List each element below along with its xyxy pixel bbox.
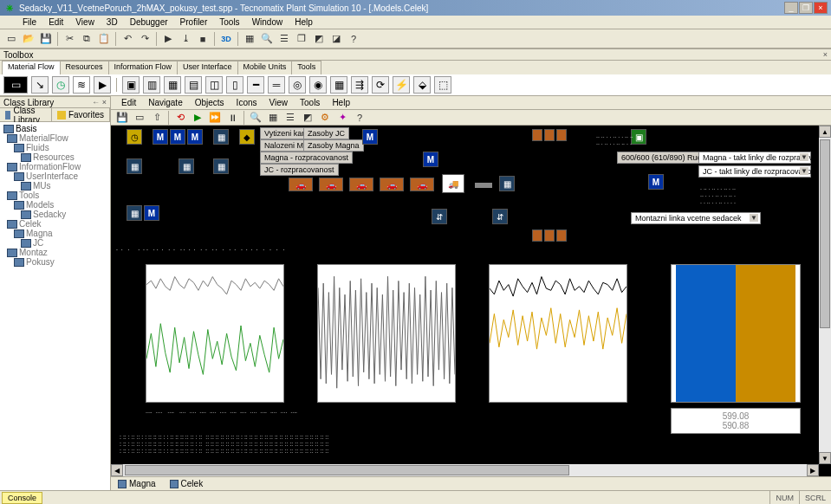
sim-obj-row3-1[interactable]: ▦ <box>127 205 142 221</box>
tree-node[interactable]: Sedacky <box>2 210 108 219</box>
toolbox-icon-track[interactable]: ═ <box>268 76 285 94</box>
tb-run[interactable]: ▶ <box>160 31 176 47</box>
mtb-misc3[interactable]: ✦ <box>334 110 350 126</box>
tb-layers[interactable]: ☰ <box>276 31 292 47</box>
mtb-grid[interactable]: ▦ <box>265 110 281 126</box>
sim-obj-m4[interactable]: M <box>362 129 378 145</box>
tb-misc2[interactable]: ◪ <box>328 31 344 47</box>
tree-node[interactable]: Magna <box>2 229 108 238</box>
sim-obj-car1[interactable]: 🚗 <box>289 178 313 191</box>
sim-obj-row2-3[interactable]: ▦ <box>213 158 229 174</box>
tree-node[interactable]: MaterialFlow <box>2 133 108 143</box>
sim-obj-row2-2[interactable]: ▦ <box>179 158 194 174</box>
minimize-button[interactable]: _ <box>784 2 798 14</box>
mmenu-icons[interactable]: Icons <box>231 97 263 108</box>
sim-icon-eventcontroller[interactable]: ◷ <box>127 129 142 145</box>
classlib-tree[interactable]: Basis MaterialFlowFluidsResourcesInforma… <box>0 122 110 490</box>
mtb-play[interactable]: ▶ <box>190 110 205 126</box>
toolbox-icon-sorter[interactable]: ▦ <box>330 76 347 94</box>
tb-grid[interactable]: ▦ <box>242 31 257 47</box>
toolbox-icon-connector[interactable]: ↘ <box>31 76 49 94</box>
vscroll-up[interactable]: ▲ <box>819 126 831 138</box>
tb-copy[interactable]: ⧉ <box>79 31 94 47</box>
sim-obj-crate5[interactable] <box>544 229 555 242</box>
toolbox-icon-singleproc[interactable]: ▣ <box>122 76 140 94</box>
toolbox-icon-crane[interactable]: ⬙ <box>413 76 431 94</box>
sim-obj-m6[interactable]: M <box>144 205 159 221</box>
toolbox-tab-tools[interactable]: Tools <box>291 61 321 74</box>
sim-obj-car2[interactable]: 🚗 <box>319 178 343 191</box>
combo-takt-jc[interactable]: JC - takt linky dle rozpracovanosti <box>698 165 811 178</box>
mtb-zoom[interactable]: 🔍 <box>248 110 263 126</box>
menu-tools[interactable]: Tools <box>214 16 244 28</box>
combo-montaz[interactable]: Montazni linka vcetne sedacek <box>631 212 761 224</box>
classlib-close-icon[interactable]: ← × <box>92 98 107 107</box>
classlib-tab-library[interactable]: Class Library <box>0 108 52 121</box>
sim-obj-m7[interactable]: M <box>648 174 664 190</box>
combo-takt-magna[interactable]: Magna - takt linky dle rozpracovanosti <box>698 152 811 164</box>
toolbox-tab-informationflow[interactable]: Information Flow <box>108 61 179 74</box>
mtb-up[interactable]: ⇧ <box>149 110 165 126</box>
sim-obj-m1[interactable]: M <box>153 129 168 145</box>
tb-step[interactable]: ⤓ <box>178 31 193 47</box>
toolbox-icon-trigger[interactable]: ⚡ <box>393 76 410 94</box>
toolbox-icon-parallelproc[interactable]: ▥ <box>143 76 160 94</box>
tb-window[interactable]: ❐ <box>294 31 309 47</box>
tb-zoom[interactable]: 🔍 <box>259 31 275 47</box>
menu-help[interactable]: Help <box>289 16 318 28</box>
sim-obj-conveyor[interactable] <box>475 183 492 188</box>
sim-obj-crate6[interactable] <box>556 229 567 242</box>
tree-node[interactable]: Tools <box>2 191 108 200</box>
sim-obj-t2[interactable]: ▦ <box>499 176 515 191</box>
mtb-misc4[interactable]: ? <box>352 110 367 126</box>
toolbox-icon-flowcontrol[interactable]: ⇶ <box>351 76 368 94</box>
sim-obj-m3[interactable]: M <box>187 129 203 145</box>
tree-node[interactable]: InformationFlow <box>2 162 108 171</box>
vscroll-down[interactable]: ▼ <box>819 452 831 464</box>
mtb-save[interactable]: 💾 <box>114 110 130 126</box>
toolbox-tab-userinterface[interactable]: User Interface <box>177 61 238 74</box>
maximize-button[interactable]: ❐ <box>799 2 813 14</box>
mmenu-tools[interactable]: Tools <box>295 97 325 108</box>
tree-node[interactable]: Montaz <box>2 248 108 257</box>
chart-dense-gray[interactable] <box>317 264 456 403</box>
sim-obj-car5[interactable]: 🚗 <box>410 178 434 191</box>
menu-3d[interactable]: 3D <box>101 16 123 28</box>
sim-obj-car3[interactable]: 🚗 <box>349 178 373 191</box>
tb-3d[interactable]: 3D <box>218 31 234 47</box>
tb-stop[interactable]: ■ <box>195 31 211 47</box>
mtb-ff[interactable]: ⏩ <box>207 110 223 126</box>
mtb-pause[interactable]: ⏸ <box>224 110 240 126</box>
mtb-layers[interactable]: ☰ <box>282 110 298 126</box>
toolbox-tab-mobileunits[interactable]: Mobile Units <box>237 61 293 74</box>
sim-obj-row3-end1[interactable]: ⇵ <box>432 209 447 224</box>
sim-obj-truck[interactable]: 🚚 <box>442 174 464 193</box>
toolbox-close-icon[interactable]: × <box>823 50 828 59</box>
model-tab-magna[interactable]: Magna <box>114 478 159 489</box>
toolbox-tab-resources[interactable]: Resources <box>60 61 109 74</box>
tb-misc1[interactable]: ◩ <box>311 31 327 47</box>
sim-obj-y1[interactable]: ◆ <box>239 129 255 145</box>
menu-file[interactable]: File <box>17 16 42 28</box>
mmenu-view[interactable]: View <box>264 97 294 108</box>
toolbox-icon-turntable[interactable]: ◎ <box>289 76 306 94</box>
canvas-vscroll[interactable]: ▲ ▼ <box>819 126 831 464</box>
hscroll-right[interactable]: ▶ <box>807 464 819 476</box>
tree-node[interactable]: Resources <box>2 152 108 162</box>
sim-obj-car4[interactable]: 🚗 <box>380 178 404 191</box>
tb-cut[interactable]: ✂ <box>62 31 77 47</box>
classlib-tab-favorites[interactable]: Favorites <box>52 108 110 121</box>
toolbox-icon-assembly[interactable]: ▦ <box>164 76 181 94</box>
toolbox-icon-frame[interactable]: ▭ <box>3 76 28 94</box>
sim-obj-row3-end2[interactable]: ⇵ <box>492 209 508 224</box>
tb-redo[interactable]: ↷ <box>137 31 153 47</box>
tree-node[interactable]: Pokusy <box>2 257 108 267</box>
hscroll-left[interactable]: ◀ <box>111 464 123 476</box>
tree-root[interactable]: Basis <box>2 124 108 133</box>
tb-save[interactable]: 💾 <box>38 31 54 47</box>
toolbox-icon-buffer[interactable]: ▯ <box>226 76 243 94</box>
toolbox-icon-store[interactable]: ◫ <box>205 76 223 94</box>
mmenu-navigate[interactable]: Navigate <box>143 97 187 108</box>
mtb-misc2[interactable]: ⚙ <box>317 110 333 126</box>
menu-window[interactable]: Window <box>247 16 289 28</box>
